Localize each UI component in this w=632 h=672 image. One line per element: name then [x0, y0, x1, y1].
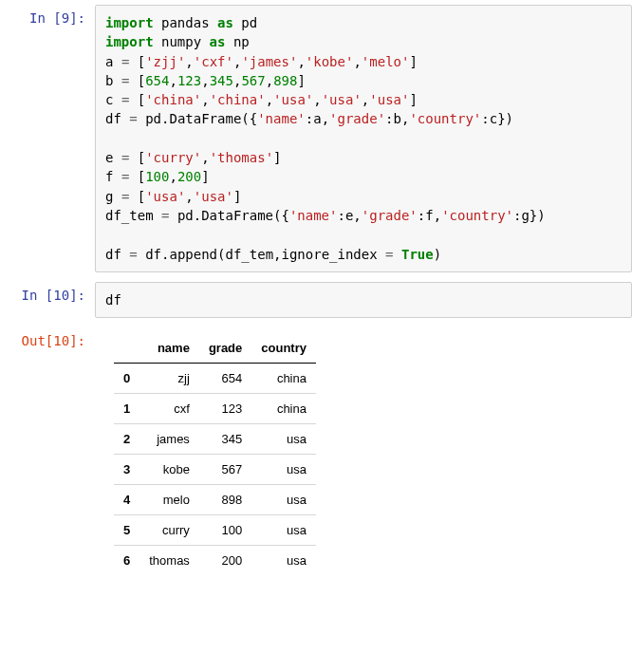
in-prompt-9: In [9]: — [0, 5, 95, 272]
table-row: 3kobe567usa — [114, 455, 316, 485]
cell-grade: 345 — [199, 424, 251, 455]
table-row: 4melo898usa — [114, 485, 316, 515]
cell-grade: 200 — [199, 546, 251, 576]
code-input-10[interactable]: df — [95, 282, 632, 318]
table-row: 2james345usa — [114, 424, 316, 455]
cell-name: james — [139, 424, 199, 455]
table-row: 6thomas200usa — [114, 546, 316, 576]
cell-country: usa — [251, 485, 316, 515]
col-header: country — [251, 333, 316, 364]
cell-country: usa — [251, 546, 316, 576]
col-header: grade — [199, 333, 251, 364]
cell-name: kobe — [139, 455, 199, 485]
cell-country: china — [251, 394, 316, 424]
cell-country: china — [251, 364, 316, 394]
row-index: 3 — [114, 455, 139, 485]
table-row: 1cxf123china — [114, 394, 316, 424]
code-cell-9: In [9]: import pandas as pd import numpy… — [0, 0, 632, 277]
col-header: name — [139, 333, 199, 364]
output-cell-10: Out[10]: name grade country 0zjj654china… — [0, 323, 632, 580]
cell-grade: 654 — [199, 364, 251, 394]
cell-name: thomas — [139, 546, 199, 576]
table-row: 5curry100usa — [114, 515, 316, 546]
row-index: 6 — [114, 546, 139, 576]
row-index: 4 — [114, 485, 139, 515]
row-index: 0 — [114, 364, 139, 394]
row-index: 1 — [114, 394, 139, 424]
cell-grade: 567 — [199, 455, 251, 485]
cell-grade: 123 — [199, 394, 251, 424]
output-area-10: name grade country 0zjj654china1cxf123ch… — [95, 327, 632, 575]
cell-grade: 898 — [199, 485, 251, 515]
cell-grade: 100 — [199, 515, 251, 546]
table-header-row: name grade country — [114, 333, 316, 364]
cell-country: usa — [251, 515, 316, 546]
in-prompt-10: In [10]: — [0, 282, 95, 318]
code-cell-10: In [10]: df — [0, 277, 632, 323]
dataframe-table: name grade country 0zjj654china1cxf123ch… — [114, 333, 316, 575]
table-row: 0zjj654china — [114, 364, 316, 394]
cell-country: usa — [251, 455, 316, 485]
cell-name: zjj — [139, 364, 199, 394]
row-index: 5 — [114, 515, 139, 546]
row-index: 2 — [114, 424, 139, 455]
cell-name: curry — [139, 515, 199, 546]
cell-name: melo — [139, 485, 199, 515]
cell-country: usa — [251, 424, 316, 455]
code-input-9[interactable]: import pandas as pd import numpy as np a… — [95, 5, 632, 272]
cell-name: cxf — [139, 394, 199, 424]
out-prompt-10: Out[10]: — [0, 327, 95, 575]
